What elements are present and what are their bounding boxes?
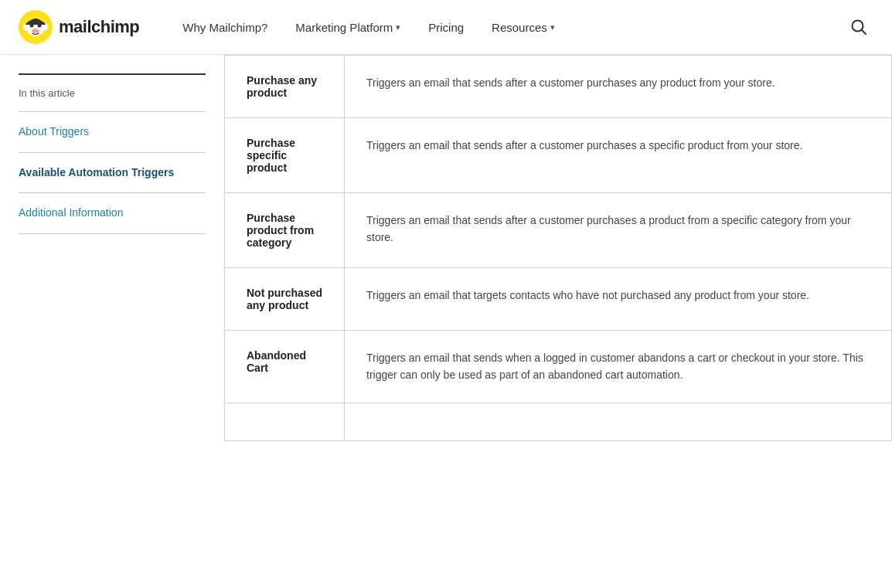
- sidebar-divider-1: [19, 111, 206, 112]
- trigger-name: Abandoned Cart: [225, 331, 345, 403]
- trigger-name: Purchase specific product: [225, 118, 345, 193]
- search-icon: [850, 19, 867, 36]
- table-row: Abandoned Cart Triggers an email that se…: [225, 331, 892, 403]
- main-layout: In this article About Triggers Available…: [0, 55, 892, 588]
- trigger-name: Not purchased any product: [225, 268, 345, 331]
- nav-item-pricing[interactable]: Pricing: [416, 15, 476, 40]
- table-row: Purchase any product Triggers an email t…: [225, 56, 892, 118]
- sidebar-link-additional[interactable]: Additional Information: [19, 206, 206, 221]
- header-right: [844, 12, 873, 42]
- sidebar-section-title: In this article: [19, 87, 206, 99]
- nav-item-marketing-platform[interactable]: Marketing Platform ▾: [283, 15, 413, 40]
- sidebar-divider-3: [19, 192, 206, 193]
- trigger-description: Triggers an email that sends after a cus…: [345, 193, 892, 268]
- trigger-description: Triggers an email that sends after a cus…: [345, 56, 892, 118]
- table-row: Purchase specific product Triggers an em…: [225, 118, 892, 193]
- trigger-name: Purchase product from category: [225, 193, 345, 268]
- svg-line-8: [862, 30, 866, 35]
- table-row: Purchase product from category Triggers …: [225, 193, 892, 268]
- site-header: mailchimp Why Mailchimp? Marketing Platf…: [0, 0, 892, 55]
- search-button[interactable]: [844, 12, 873, 42]
- sidebar-link-available[interactable]: Available Automation Triggers: [19, 165, 206, 181]
- table-row: Not purchased any product Triggers an em…: [225, 268, 892, 331]
- logo-icon: [19, 10, 53, 44]
- trigger-name: [225, 403, 345, 440]
- logo-link[interactable]: mailchimp: [19, 10, 139, 44]
- marketing-platform-chevron: ▾: [396, 22, 400, 32]
- resources-chevron: ▾: [550, 22, 555, 32]
- trigger-description: Triggers an email that targets contacts …: [345, 268, 892, 331]
- trigger-name: Purchase any product: [225, 56, 345, 118]
- svg-point-4: [32, 29, 39, 33]
- sidebar: In this article About Triggers Available…: [0, 55, 224, 588]
- sidebar-top-divider: [19, 73, 206, 75]
- trigger-description: [345, 403, 892, 440]
- trigger-description: Triggers an email that sends after a cus…: [345, 118, 892, 193]
- table-row: [225, 403, 892, 440]
- nav-item-why-mailchimp[interactable]: Why Mailchimp?: [170, 15, 280, 40]
- main-content: Purchase any product Triggers an email t…: [224, 55, 892, 588]
- sidebar-divider-4: [19, 233, 206, 234]
- logo-text: mailchimp: [59, 17, 139, 37]
- sidebar-divider-2: [19, 152, 206, 153]
- triggers-table: Purchase any product Triggers an email t…: [224, 55, 892, 441]
- main-nav: Why Mailchimp? Marketing Platform ▾ Pric…: [170, 15, 844, 40]
- trigger-description: Triggers an email that sends when a logg…: [345, 331, 892, 403]
- sidebar-link-about[interactable]: About Triggers: [19, 124, 206, 140]
- nav-item-resources[interactable]: Resources ▾: [479, 15, 567, 40]
